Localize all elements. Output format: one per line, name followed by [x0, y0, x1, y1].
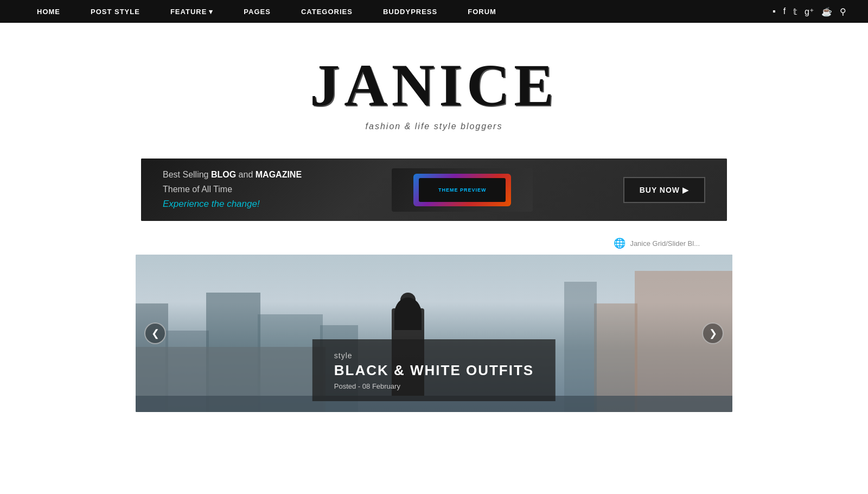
slider-prev-button[interactable]: ❮ — [144, 322, 166, 344]
nav-item-categories[interactable]: CATEGORIES — [286, 8, 368, 16]
site-tagline: fashion & life style bloggers — [11, 122, 857, 131]
google-plus-icon[interactable]: g⁺ — [805, 7, 814, 17]
search-icon[interactable]: ⚲ — [840, 7, 846, 17]
nav-link-post-style[interactable]: POST STYLE — [75, 8, 155, 16]
hero-slider: style BLACK & WHITE OUTFITS Posted - 08 … — [136, 255, 732, 412]
nav-item-feature[interactable]: FEATURE ▾ — [155, 8, 228, 16]
nav-item-forum[interactable]: FORUM — [452, 8, 512, 16]
rss-icon[interactable]: ▪ — [773, 7, 776, 16]
nav-item-home[interactable]: HOME — [22, 8, 75, 16]
ad-banner: Best Selling BLOG and MAGAZINE Theme of … — [141, 159, 727, 221]
slider-image: style BLACK & WHITE OUTFITS Posted - 08 … — [136, 255, 732, 412]
nav-link-home[interactable]: HOME — [22, 8, 75, 16]
slider-next-button[interactable]: ❯ — [702, 322, 724, 344]
navbar: HOME POST STYLE FEATURE ▾ PAGES CATEGORI… — [0, 0, 868, 23]
widget-label[interactable]: Janice Grid/Slider Bl... — [630, 239, 700, 248]
chevron-down-icon: ▾ — [209, 8, 213, 16]
caption-date: Posted - 08 February — [334, 382, 534, 390]
widget-bar: 🌐 Janice Grid/Slider Bl... — [136, 237, 732, 249]
nav-social-icons: ▪ f 𝕥 g⁺ ☕ ⚲ — [773, 7, 846, 17]
banner-tagline: Experience the change! — [163, 197, 302, 212]
globe-icon: 🌐 — [614, 237, 626, 249]
twitter-icon[interactable]: 𝕥 — [793, 7, 797, 17]
banner-magazine: MAGAZINE — [256, 170, 302, 179]
caption-title: BLACK & WHITE OUTFITS — [334, 362, 534, 379]
facebook-icon[interactable]: f — [783, 7, 786, 16]
banner-blog: BLOG — [211, 170, 236, 179]
site-header: JANICE fashion & life style bloggers — [0, 23, 868, 148]
nav-link-forum[interactable]: FORUM — [452, 8, 512, 16]
banner-content: Best Selling BLOG and MAGAZINE Theme of … — [141, 159, 727, 221]
nav-link-pages[interactable]: PAGES — [228, 8, 286, 16]
nav-item-buddypress[interactable]: BUDDYPRESS — [368, 8, 452, 16]
banner-line1: Best Selling BLOG and MAGAZINE — [163, 167, 302, 182]
slider-caption: style BLACK & WHITE OUTFITS Posted - 08 … — [312, 339, 556, 401]
nav-item-pages[interactable]: PAGES — [228, 8, 286, 16]
nav-link-buddypress[interactable]: BUDDYPRESS — [368, 8, 452, 16]
nav-item-post-style[interactable]: POST STYLE — [75, 8, 155, 16]
site-title: JANICE — [11, 55, 857, 115]
banner-line2: Theme of All Time — [163, 182, 302, 197]
banner-text: Best Selling BLOG and MAGAZINE Theme of … — [163, 167, 302, 212]
nav-links: HOME POST STYLE FEATURE ▾ PAGES CATEGORI… — [22, 8, 512, 16]
banner-image: THEME PREVIEW — [392, 168, 533, 212]
instagram-icon[interactable]: ☕ — [821, 7, 832, 17]
nav-link-feature[interactable]: FEATURE ▾ — [155, 8, 228, 16]
buy-now-button[interactable]: BUY NOW ▶ — [623, 177, 705, 203]
nav-link-categories[interactable]: CATEGORIES — [286, 8, 368, 16]
caption-category: style — [334, 351, 534, 360]
